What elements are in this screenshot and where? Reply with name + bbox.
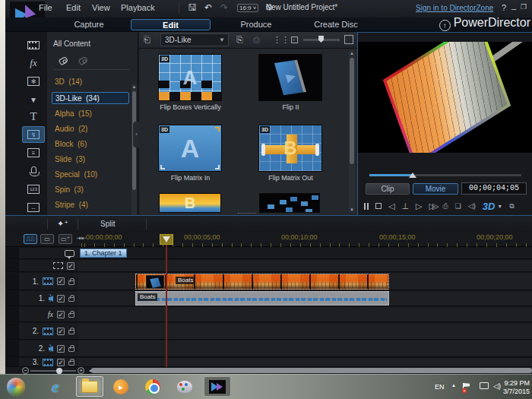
subtitle-room-button[interactable]: ‑‑ <box>22 199 45 216</box>
action-center-flag-icon[interactable] <box>463 383 464 391</box>
category-slide[interactable]: Slide (3) <box>52 154 129 166</box>
magic-tool-icon[interactable]: ✦⁺ <box>57 219 68 229</box>
library-scrollbar[interactable]: ▲ ▼ <box>349 50 355 213</box>
menu-view[interactable]: View <box>92 3 110 12</box>
effect-track[interactable] <box>78 307 532 322</box>
tab-produce[interactable]: Produce <box>222 19 290 30</box>
restore-button[interactable]: ❐ <box>521 3 527 11</box>
fx-lock-icon[interactable] <box>68 313 74 318</box>
menu-file[interactable]: File <box>39 3 52 12</box>
audio1-lock-icon[interactable] <box>68 297 74 302</box>
transition-flip-matrix-in[interactable]: A 3D <box>158 125 222 172</box>
preview-window-icon[interactable]: ❏ <box>455 202 461 210</box>
chrome-icon[interactable] <box>141 376 164 397</box>
pause-button[interactable] <box>364 203 369 210</box>
network-icon[interactable] <box>480 382 489 389</box>
transition-on-clip[interactable] <box>146 275 164 289</box>
powerdirector-taskbar-icon[interactable] <box>204 376 231 397</box>
audio1-enable-checkbox[interactable]: ✓ <box>57 295 65 302</box>
import-media-icon[interactable]: ⎗ <box>144 35 150 45</box>
audio2-enable-checkbox[interactable]: ✓ <box>57 345 65 353</box>
small-thumb-icon[interactable] <box>291 36 298 43</box>
internet-explorer-icon[interactable]: e <box>44 376 67 397</box>
fast-forward-button[interactable]: ▷▷ <box>429 201 436 211</box>
audio-mixing-room-button[interactable]: ≡ <box>22 144 45 161</box>
media-player-icon[interactable]: ▸ <box>109 376 132 397</box>
save-icon[interactable]: 🖫 <box>188 2 197 13</box>
audio-track-1[interactable]: Boats <box>78 291 532 306</box>
category-audio[interactable]: Audio (2) <box>52 123 129 135</box>
playhead-marker[interactable] <box>160 234 173 245</box>
effect-room-button[interactable]: fx <box>22 55 45 71</box>
thumbnail-size-slider[interactable] <box>303 39 340 41</box>
resize-preview-icon[interactable]: ⧉ <box>509 202 514 211</box>
menu-playback[interactable]: Playback <box>121 3 155 12</box>
timeline-hscrollbar[interactable] <box>91 368 532 373</box>
export-icon[interactable]: ⎙ <box>253 35 260 45</box>
thumbnail-partial[interactable]: B <box>159 193 221 213</box>
category-special[interactable]: Special (10) <box>52 169 129 181</box>
tab-capture[interactable]: Capture <box>59 19 119 30</box>
new-folder-icon[interactable]: ⎘ <box>236 35 243 45</box>
preview-timecode[interactable]: 00;00;04;05 <box>461 182 527 195</box>
add-tag-icon[interactable] <box>59 56 69 65</box>
timeline-ruler[interactable]: 00;00;00;00 00;00;05;00 00;00;10;00 00;0… <box>78 232 532 247</box>
transition-flip-boxes-vertically[interactable]: A 3D <box>158 54 222 101</box>
all-content-filter[interactable]: All Content <box>53 40 90 48</box>
particle-room-button[interactable]: ▼ <box>22 91 45 108</box>
clock[interactable]: 9:29 PM3/7/2015 <box>499 379 530 396</box>
timeline-view-icon[interactable]: ⎍⎍ <box>24 234 37 244</box>
category-alpha[interactable]: Alpha (15) <box>52 108 129 120</box>
menu-edit[interactable]: Edit <box>66 3 81 12</box>
add-track-icon[interactable]: ▭⁺ <box>59 234 72 244</box>
subtitle-track[interactable] <box>78 260 532 272</box>
media-room-button[interactable] <box>22 36 45 53</box>
zoom-out-button[interactable]: − <box>22 367 29 374</box>
preview-seek-bar[interactable] <box>369 174 521 176</box>
minimize-button[interactable]: _ <box>511 1 516 10</box>
subtitle-enable-checkbox[interactable]: ✓ <box>67 262 74 270</box>
windows-explorer-icon[interactable] <box>76 376 103 397</box>
library-filter-dropdown[interactable]: 3D-Like▼ <box>160 33 229 46</box>
video3-enable-checkbox[interactable]: ✓ <box>57 359 65 366</box>
snapshot-camera-icon[interactable]: ⎙ <box>442 202 448 211</box>
category-block[interactable]: Block (6) <box>52 138 129 150</box>
chapter-track[interactable]: 1. Chapter 1 <box>78 248 532 259</box>
tab-edit[interactable]: Edit <box>131 19 211 30</box>
category-3d[interactable]: 3D (14) <box>52 76 129 88</box>
next-frame-button[interactable]: ▷ <box>416 201 422 211</box>
tray-expand-arrow[interactable]: ▲ <box>451 383 456 388</box>
zoom-in-button[interactable]: + <box>78 367 84 374</box>
audio2-lock-icon[interactable] <box>68 347 74 352</box>
stop-button[interactable] <box>375 203 382 209</box>
voiceover-room-button[interactable] <box>22 163 45 179</box>
3d-mode-button[interactable]: 3D <box>483 201 496 212</box>
fx-enable-checkbox[interactable]: ✓ <box>57 311 65 318</box>
clip-mode-button[interactable]: Clip <box>366 183 410 195</box>
storyboard-view-icon[interactable]: ▭ <box>40 234 54 244</box>
category-3d-like[interactable]: 3D-Like (34) <box>52 92 129 104</box>
video3-lock-icon[interactable] <box>68 361 74 366</box>
signin-directorzone-link[interactable]: Sign in to DirectorZone <box>416 4 493 12</box>
large-thumb-icon[interactable] <box>344 35 353 44</box>
panel-resize-handle[interactable] <box>238 213 256 214</box>
chapter-marker[interactable]: 1. Chapter 1 <box>80 249 127 258</box>
paint-icon[interactable] <box>173 376 196 397</box>
video2-enable-checkbox[interactable]: ✓ <box>57 328 65 335</box>
transition-room-button[interactable]: ↯ <box>22 126 45 143</box>
video1-enable-checkbox[interactable]: ✓ <box>57 277 65 285</box>
undo-icon[interactable]: ↶ <box>204 2 212 13</box>
thumbnail-partial[interactable] <box>259 193 320 213</box>
3d-dropdown-arrow[interactable]: ▼ <box>497 204 502 209</box>
redo-icon[interactable]: ↷ <box>220 2 228 13</box>
category-stripe[interactable]: Stripe (4) <box>52 199 129 211</box>
split-button[interactable]: Split <box>100 220 115 228</box>
pip-objects-room-button[interactable]: ✻ <box>22 73 45 90</box>
video-track-3[interactable] <box>78 358 532 367</box>
video-track-2[interactable] <box>78 323 532 340</box>
transition-flip-matrix-out[interactable]: B 3D <box>258 125 322 172</box>
video1-lock-icon[interactable] <box>68 280 74 285</box>
movie-mode-button[interactable]: Movie <box>413 183 458 195</box>
video2-lock-icon[interactable] <box>68 330 74 334</box>
seek-knob[interactable] <box>409 173 416 178</box>
